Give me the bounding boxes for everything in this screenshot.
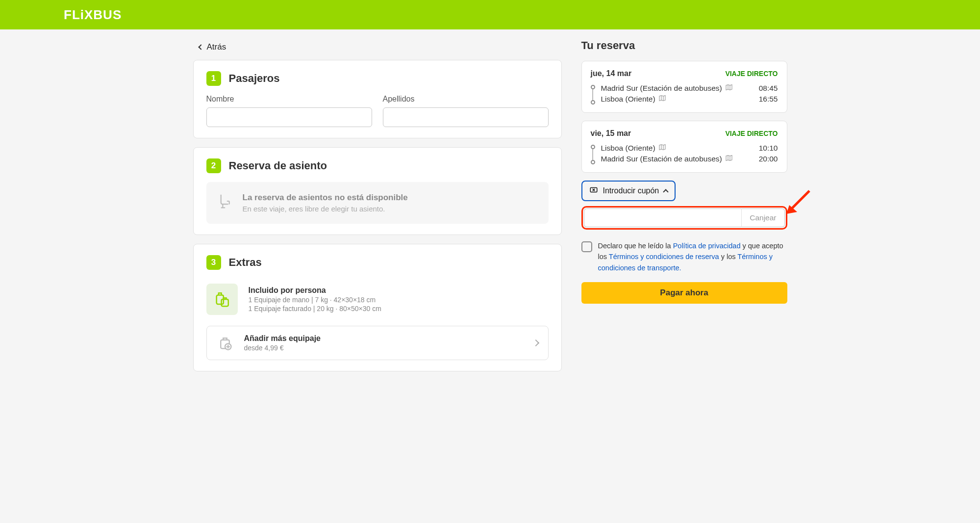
svg-rect-1 xyxy=(221,299,228,306)
step-num-1: 1 xyxy=(206,71,221,86)
stop-from: Madrid Sur (Estación de autobuses) xyxy=(601,84,722,93)
back-link[interactable]: Atrás xyxy=(193,39,226,60)
chevron-left-icon xyxy=(198,44,203,50)
included-luggage-row: Incluido por persona 1 Equipaje de mano … xyxy=(206,279,549,320)
trip-direct-badge: VIAJE DIRECTO xyxy=(725,70,778,78)
last-name-input[interactable] xyxy=(383,107,549,127)
coupon-row: Canjear xyxy=(581,206,787,230)
first-name-input[interactable] xyxy=(206,107,372,127)
trip-date: jue, 14 mar xyxy=(591,69,632,78)
route-line-icon xyxy=(591,83,595,105)
map-icon[interactable] xyxy=(725,83,733,93)
chevron-up-icon xyxy=(663,189,669,194)
trip-direct-badge: VIAJE DIRECTO xyxy=(725,130,778,137)
coupon-redeem-button[interactable]: Canjear xyxy=(741,209,784,227)
luggage-add-icon xyxy=(217,336,233,350)
passengers-card: 1 Pasajeros Nombre Apellidos xyxy=(193,60,562,138)
map-icon[interactable] xyxy=(725,154,733,164)
privacy-link[interactable]: Política de privacidad xyxy=(673,242,741,250)
header: FLiXBUS xyxy=(0,0,980,29)
back-label: Atrás xyxy=(207,42,226,52)
step-title-extras: Extras xyxy=(229,256,262,269)
stop-from-time: 08:45 xyxy=(759,84,778,93)
route-line-icon xyxy=(591,143,595,164)
included-title: Incluido por persona xyxy=(249,286,381,295)
seat-unavailable-sub: En este viaje, eres libre de elegir tu a… xyxy=(243,205,408,213)
terms-text: Declaro que he leído la Política de priv… xyxy=(598,240,787,273)
booking-title: Tu reserva xyxy=(581,39,787,52)
stop-to: Madrid Sur (Estación de autobuses) xyxy=(601,155,722,163)
step-title-seat: Reserva de asiento xyxy=(229,159,327,172)
booking-terms-link[interactable]: Términos y condiciones de reserva xyxy=(609,253,719,261)
stop-from-time: 10:10 xyxy=(759,144,778,153)
logo: FLiXBUS xyxy=(64,7,122,23)
trip-card-return: vie, 15 mar VIAJE DIRECTO Lisboa (Orient… xyxy=(581,121,787,173)
stop-to-time: 16:55 xyxy=(759,95,778,104)
seat-icon xyxy=(217,193,232,213)
last-name-label: Apellidos xyxy=(383,95,549,104)
seat-unavailable-title: La reserva de asientos no está disponibl… xyxy=(243,193,408,203)
included-hold: 1 Equipaje facturado | 20 kg · 80×50×30 … xyxy=(249,305,381,313)
step-num-2: 2 xyxy=(206,158,221,173)
stop-from: Lisboa (Oriente) xyxy=(601,144,655,153)
step-title-passengers: Pasajeros xyxy=(229,72,280,85)
coupon-toggle[interactable]: Introducir cupón xyxy=(581,181,676,201)
trip-card-outbound: jue, 14 mar VIAJE DIRECTO Madrid Sur (Es… xyxy=(581,61,787,113)
terms-checkbox[interactable] xyxy=(581,241,592,252)
add-luggage-title: Añadir más equipaje xyxy=(244,334,321,343)
trip-date: vie, 15 mar xyxy=(591,129,631,138)
luggage-included-icon xyxy=(206,284,238,315)
seat-card: 2 Reserva de asiento La reserva de asien… xyxy=(193,147,562,235)
add-luggage-button[interactable]: Añadir más equipaje desde 4,99 € xyxy=(206,326,549,360)
map-icon[interactable] xyxy=(658,143,666,153)
included-hand: 1 Equipaje de mano | 7 kg · 42×30×18 cm xyxy=(249,296,381,304)
step-num-3: 3 xyxy=(206,255,221,270)
stop-to: Lisboa (Oriente) xyxy=(601,95,655,104)
add-luggage-from: desde 4,99 € xyxy=(244,344,321,352)
chevron-right-icon xyxy=(533,339,538,347)
coupon-toggle-label: Introducir cupón xyxy=(603,186,659,195)
extras-card: 3 Extras Incluido por persona 1 Equipaje… xyxy=(193,244,562,371)
seat-unavailable-box: La reserva de asientos no está disponibl… xyxy=(206,182,549,224)
pay-now-button[interactable]: Pagar ahora xyxy=(581,282,787,304)
stop-to-time: 20:00 xyxy=(759,155,778,163)
first-name-label: Nombre xyxy=(206,95,372,104)
coupon-input[interactable] xyxy=(584,209,742,227)
map-icon[interactable] xyxy=(658,94,666,104)
svg-line-5 xyxy=(790,191,809,210)
voucher-icon xyxy=(589,185,598,196)
annotation-arrow-icon xyxy=(782,188,812,220)
